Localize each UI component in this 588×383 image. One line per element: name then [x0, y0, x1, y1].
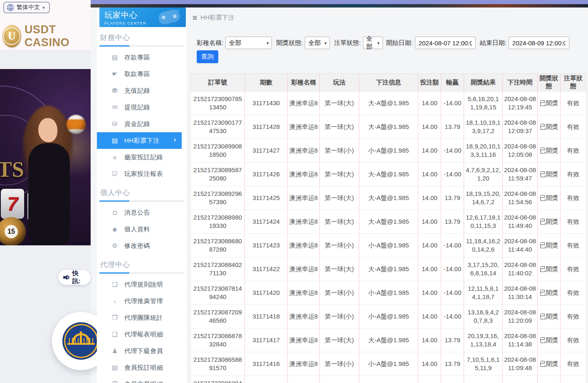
cell-amount: 14.00 [418, 376, 441, 383]
background-photo-strip [91, 4, 588, 7]
table-row: 215217230889801933031171424澳洲幸运8第一球(大)大-… [191, 210, 586, 234]
sidebar-item-label: 代理推廣管理 [124, 297, 163, 305]
chevron-down-icon: ▾ [42, 5, 45, 10]
draw-status-select[interactable]: 全部▾ [305, 37, 330, 49]
end-date-label: 結束日期: [480, 39, 506, 47]
chevron-down-icon: ▾ [321, 41, 326, 45]
cell-lottery: 澳洲幸运8 [288, 115, 320, 139]
cell-draw_status: 已開獎 [538, 91, 561, 115]
lottery-filter-label: 彩種名稱: [197, 39, 223, 47]
col-header-order_status: 注單狀態 [561, 74, 586, 91]
cell-period: 31171417 [245, 329, 288, 352]
cell-result: 18,9,20,10,13,3,11,16 [464, 139, 503, 163]
cell-bet_time: 2024-08-08 11:49:40 [503, 210, 538, 234]
cell-bet_info: 小-A盤@1.985 [359, 352, 418, 376]
sidebar-item-room-bet-record[interactable]: ≡廳室投註記錄 [97, 149, 187, 166]
cell-bet_time: 2024-08-08 11:14:38 [503, 329, 538, 352]
cell-period: 31171422 [245, 257, 288, 281]
cell-win_loss: -14.00 [441, 281, 464, 305]
sidebar-item-label: 修改密碼 [124, 242, 150, 250]
order-status-select[interactable]: 全部▾ [363, 37, 383, 49]
sidebar-item-member-trade-detail[interactable]: ❐會員交易明細 [97, 376, 187, 383]
funds-record-icon: ⛁ [111, 120, 119, 128]
hh-lottery-bet-icon: ▤ [111, 137, 119, 144]
table-row: 215217230884027113031171422澳洲幸运8第一球(大)大-… [191, 257, 586, 281]
table-row: 215217230895872508031171426澳洲幸运8第一球(大)大-… [191, 163, 586, 186]
announcement-bell-icon: Ω [111, 209, 119, 216]
cell-order_no: 2152172308868087280 [191, 234, 245, 257]
section-title: 代理中心 [100, 260, 187, 269]
cell-bet_time: 2024-08-08 11:54:56 [503, 186, 538, 210]
team-logo-icon [62, 322, 100, 360]
cell-draw_status: 已開獎 [538, 210, 561, 234]
cell-period: 31171426 [245, 163, 288, 186]
language-selector[interactable]: 繁体中文 ▾ [3, 2, 50, 13]
model-dress [28, 143, 70, 245]
cell-order_no: 2152172308840271130 [191, 257, 245, 281]
end-date-input[interactable] [509, 37, 569, 49]
cell-result: 7,18,13,10,5 [464, 376, 503, 383]
table-row: 215217230878149424031171420澳洲幸运8第一球(小)小-… [191, 281, 586, 305]
cell-win_loss: -14.00 [441, 376, 464, 383]
cell-bet_info: 小-A盤@1.985 [359, 234, 418, 257]
cell-amount: 14.00 [418, 115, 441, 139]
promo-banner: TS 7 7 15 [0, 69, 91, 245]
query-button[interactable]: 查詢 [197, 50, 218, 63]
cell-bet_time: 2024-08-08 11:44:40 [503, 234, 538, 257]
lottery-select[interactable]: 全部▾ [225, 37, 272, 49]
withdraw-icon: ☛ [111, 70, 119, 78]
sidebar-item-agent-rules[interactable]: ❏代理規則說明 [97, 276, 187, 293]
sidebar: 玩家中心 PLAYERS CENTER ~ 財務中心▤存款專區☛取款專區⛃充值記… [97, 7, 187, 383]
cell-amount: 14.00 [418, 234, 441, 257]
table-row: 215217230901774753031171428澳洲幸运8第一球(大)大-… [191, 115, 586, 139]
sidebar-item-label: 提現記錄 [124, 104, 150, 111]
sidebar-item-agent-promotion-share[interactable]: ‹代理推廣管理 [97, 293, 187, 309]
left-column: 繁体中文 ▾ U USDT CASINO TS 7 7 15 [0, 0, 91, 383]
cell-result: 12,11,5,8,14,1,18,7 [464, 281, 503, 305]
cell-draw_status: 已開獎 [538, 257, 561, 281]
cell-bet_time: 2024-08-08 12:05:08 [503, 139, 538, 163]
cell-win_loss: -14.00 [441, 305, 464, 329]
sidebar-item-withdraw[interactable]: ☛取款專區 [97, 66, 187, 82]
sidebar-item-player-bet-report[interactable]: ☑玩家投注報表 [97, 166, 187, 182]
cell-amount: 14.00 [418, 91, 441, 115]
cell-period: 31171415 [245, 376, 288, 383]
cell-result: 13,16,9,4,20,7,8,3 [464, 305, 503, 329]
bet-records-table: 訂單號期數彩種名稱玩法下注信息投注額輸贏開獎結果下注時間開獎狀態注單狀態2152… [190, 73, 586, 383]
section-title: 財務中心 [100, 33, 187, 42]
sidebar-item-change-password-gear[interactable]: ⚙修改密碼 [97, 237, 187, 254]
profile-icon: ☻ [111, 226, 119, 233]
sidebar-item-deposit[interactable]: ▤存款專區 [97, 49, 187, 66]
sidebar-item-recharge-record[interactable]: ⛃充值記錄 [97, 82, 187, 99]
sidebar-item-agent-team-stats[interactable]: ❐代理團隊統計 [97, 309, 187, 326]
sidebar-item-announcement-bell[interactable]: Ω消息公告 [97, 204, 187, 221]
agent-promotion-share-icon: ‹ [111, 298, 119, 305]
cell-order_status: 有效 [561, 329, 586, 352]
start-date-input[interactable] [415, 37, 476, 49]
member-trade-detail-icon: ❐ [111, 381, 119, 383]
cell-lottery: 澳洲幸运8 [288, 329, 320, 352]
cell-period: 31171423 [245, 234, 288, 257]
sidebar-item-agent-sub-members[interactable]: ♟代理下級會員 [97, 343, 187, 359]
sidebar-item-withdrawal-record[interactable]: ✉提現記錄 [97, 99, 187, 116]
sidebar-item-member-bet-detail[interactable]: ▤會員投註明細 [97, 359, 187, 376]
cell-lottery: 澳洲幸运8 [288, 305, 320, 329]
cell-win_loss: -14.00 [441, 91, 464, 115]
agent-rules-icon: ❏ [111, 281, 119, 288]
cell-draw_status: 已開獎 [538, 352, 561, 376]
sidebar-item-hh-lottery-bet[interactable]: ▤HH彩票下注› [97, 132, 182, 149]
cell-lottery: 澳洲幸运8 [288, 257, 320, 281]
cell-lottery: 澳洲幸运8 [288, 234, 320, 257]
cell-amount: 14.00 [418, 186, 441, 210]
cell-play: 第一球(小) [320, 305, 359, 329]
menu-toggle-icon[interactable]: ≡ [193, 14, 197, 22]
sidebar-item-profile[interactable]: ☻個人資料 [97, 221, 187, 237]
sidebar-item-agent-report-detail[interactable]: ❑代理報表明細 [97, 326, 187, 343]
cell-win_loss: 13.79 [441, 186, 464, 210]
cell-play: 第一球(大) [320, 163, 359, 186]
section-underline [99, 200, 184, 202]
cell-bet_info: 小-A盤@1.985 [359, 139, 418, 163]
billiard-ball-striped [67, 115, 86, 134]
sidebar-item-funds-record[interactable]: ⛁資金記錄 [97, 116, 187, 132]
cell-win_loss: -14.00 [441, 163, 464, 186]
